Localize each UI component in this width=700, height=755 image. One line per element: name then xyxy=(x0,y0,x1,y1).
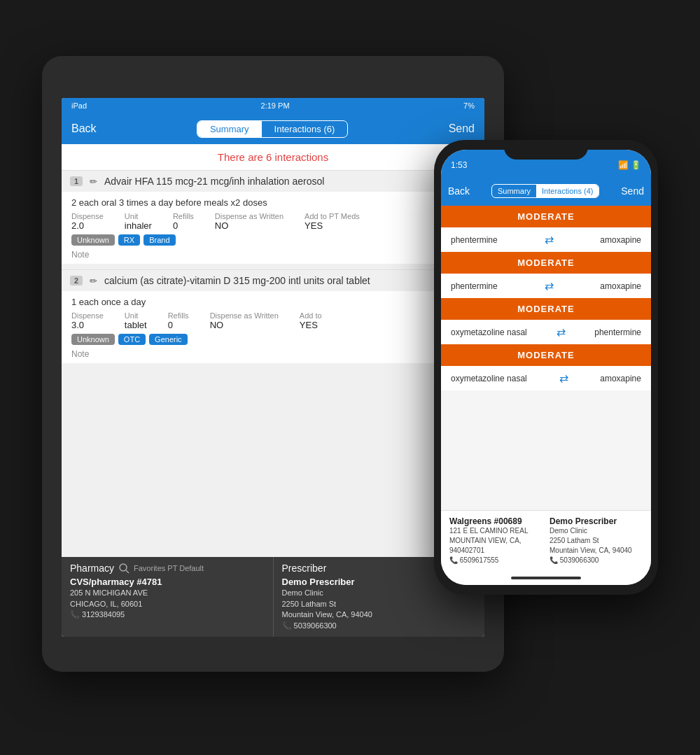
ipad-tag-generic-2[interactable]: Generic xyxy=(149,334,188,345)
ipad-med-num-1: 1 xyxy=(70,176,83,186)
ipad-daw-value-2: NO xyxy=(210,320,279,330)
ipad-tag-unknown-2[interactable]: Unknown xyxy=(71,334,115,345)
svg-point-0 xyxy=(120,564,127,571)
iphone-prescriber-name: Demo Prescriber xyxy=(550,516,643,526)
iphone-prescriber-clinic: Demo Clinic xyxy=(550,527,587,535)
ipad-prescriber-address1: 2250 Latham St xyxy=(282,600,337,608)
ipad-pharmacy-title: Pharmacy xyxy=(70,563,114,574)
ipad-dispense-label-2: Dispense xyxy=(71,311,104,320)
ipad-segmented-control: Summary Interactions (6) xyxy=(197,120,348,138)
iphone-prescriber-phone[interactable]: 5039066300 xyxy=(560,556,599,564)
iphone-back-button[interactable]: Back xyxy=(448,185,470,197)
ipad-med-name-2: calcium (as citrate)-vitamin D 315 mg-20… xyxy=(104,275,370,286)
ipad-daw-group-1: Dispense as Written NO xyxy=(215,212,284,231)
ipad-refills-label-2: Refills xyxy=(168,311,189,320)
iphone-pharmacy-info: 121 E EL CAMINO REAL MOUNTAIN VIEW, CA, … xyxy=(449,526,542,565)
ipad-pharmacy-phone[interactable]: 3129384095 xyxy=(82,610,125,619)
ipad-med-list: 1 ✏ Advair HFA 115 mcg-21 mcg/inh inhala… xyxy=(62,170,484,557)
iphone-arrow-1: ⇄ xyxy=(545,233,554,246)
iphone-screen: 1:53 📶 🔋 Back Summary Interactions (4) S… xyxy=(441,150,651,585)
ipad-med-name-1: Advair HFA 115 mcg-21 mcg/inh inhalation… xyxy=(104,176,324,187)
iphone-drugs-4: oxymetazoline nasal ⇄ amoxapine xyxy=(441,366,651,390)
ipad-med-header-1: 1 ✏ Advair HFA 115 mcg-21 mcg/inh inhala… xyxy=(62,171,484,192)
iphone-drugs-2: phentermine ⇄ amoxapine xyxy=(441,274,651,298)
iphone-segmented-control: Summary Interactions (4) xyxy=(491,184,599,198)
ipad-pharmacy-section: Pharmacy Favorites PT Default CVS/pharma… xyxy=(62,557,274,637)
iphone-drug2-2: amoxapine xyxy=(600,281,641,291)
iphone-arrow-4: ⇄ xyxy=(559,372,568,385)
ipad-interactions-banner: There are 6 interactions xyxy=(62,144,484,170)
ipad-refills-group-2: Refills 0 xyxy=(168,311,189,330)
ipad-unit-label-1: Unit xyxy=(125,212,152,220)
ipad-daw-group-2: Dispense as Written NO xyxy=(210,311,279,330)
ipad-med-item-2: 2 ✏ calcium (as citrate)-vitamin D 315 m… xyxy=(62,269,484,363)
iphone-interaction-2: MODERATE phentermine ⇄ amoxapine xyxy=(441,252,651,298)
ipad-battery: 7% xyxy=(463,101,475,110)
ipad-refills-label-1: Refills xyxy=(173,212,194,220)
ipad-tab-interactions[interactable]: Interactions (6) xyxy=(262,121,348,137)
ipad-daw-label-1: Dispense as Written xyxy=(215,212,284,220)
ipad-tag-otc-2[interactable]: OTC xyxy=(118,334,146,345)
ipad-send-button[interactable]: Send xyxy=(449,122,475,135)
ipad-med-body-2: 1 each once a day Dispense 3.0 Unit tabl… xyxy=(62,291,484,363)
ipad-note-label-2: Note xyxy=(71,349,475,359)
ipad-back-button[interactable]: Back xyxy=(71,122,97,135)
svg-line-1 xyxy=(126,570,129,573)
ipad-pharmacy-address1: 205 N MICHIGAN AVE xyxy=(70,588,148,597)
ipad-tag-rx-1[interactable]: RX xyxy=(118,234,140,246)
ipad-med-num-2: 2 xyxy=(70,276,83,285)
ipad-med-fields-1: Dispense 2.0 Unit inhaler Refills 0 Di xyxy=(71,212,475,231)
iphone-severity-3: MODERATE xyxy=(441,298,651,320)
iphone-drug2-3: phentermine xyxy=(594,327,641,337)
ipad-tab-summary[interactable]: Summary xyxy=(197,121,262,137)
iphone-pharmacy-addr2: MOUNTAIN VIEW, CA, 940402701 xyxy=(449,537,522,554)
iphone-pharmacy-col: Walgreens #00689 121 E EL CAMINO REAL MO… xyxy=(449,516,542,565)
ipad-addpt-group-2: Add to YES xyxy=(300,311,322,330)
ipad-pencil-icon-2[interactable]: ✏ xyxy=(90,276,97,286)
ipad-daw-label-2: Dispense as Written xyxy=(210,311,279,320)
ipad-med-item-1: 1 ✏ Advair HFA 115 mcg-21 mcg/inh inhala… xyxy=(62,170,484,264)
iphone-drug1-3: oxymetazoline nasal xyxy=(451,327,527,337)
ipad-prescriber-title: Prescriber xyxy=(282,563,327,574)
ipad-scroll-spacer xyxy=(62,363,484,503)
ipad-unit-label-2: Unit xyxy=(125,311,147,320)
ipad-banner-text: There are 6 interactions xyxy=(218,151,328,163)
iphone-severity-4: MODERATE xyxy=(441,344,651,366)
iphone-drug1-2: phentermine xyxy=(451,281,498,291)
ipad-refills-group-1: Refills 0 xyxy=(173,212,194,231)
ipad-prescriber-phone[interactable]: 5039066300 xyxy=(294,621,337,630)
ipad-unit-value-1: inhaler xyxy=(125,220,152,231)
iphone-nav-bar: Back Summary Interactions (4) Send xyxy=(441,176,651,206)
ipad-pharmacy-address2: CHICAGO, IL, 60601 xyxy=(70,600,142,608)
iphone-interaction-1: MODERATE phentermine ⇄ amoxapine xyxy=(441,206,651,252)
ipad-dispense-label-1: Dispense xyxy=(71,212,104,220)
ipad-unit-group-2: Unit tablet xyxy=(125,311,147,330)
ipad-med-body-1: 2 each oral 3 times a day before meals x… xyxy=(62,192,484,264)
ipad-tag-unknown-1[interactable]: Unknown xyxy=(71,234,115,246)
ipad-unit-value-2: tablet xyxy=(125,320,147,330)
iphone-drugs-1: phentermine ⇄ amoxapine xyxy=(441,227,651,252)
iphone-tab-interactions[interactable]: Interactions (4) xyxy=(536,185,598,197)
ipad-pharmacy-address: 205 N MICHIGAN AVE CHICAGO, IL, 60601 📞 … xyxy=(70,588,265,620)
iphone-bottom-bar: Walgreens #00689 121 E EL CAMINO REAL MO… xyxy=(441,510,651,571)
iphone-prescriber-info: Demo Clinic 2250 Latham St Mountain View… xyxy=(550,526,643,565)
iphone-drug1-4: oxymetazoline nasal xyxy=(451,374,527,383)
iphone-home-bar xyxy=(511,577,581,579)
iphone-prescriber-addr2: Mountain View, CA, 94040 xyxy=(550,546,632,554)
iphone-tab-summary[interactable]: Summary xyxy=(492,185,536,197)
ipad-med-sig-2: 1 each once a day xyxy=(71,297,475,307)
ipad-dispense-group-1: Dispense 2.0 xyxy=(71,212,104,231)
ipad-addpt-value-1: YES xyxy=(304,220,360,231)
ipad-nav-bar: Back Summary Interactions (6) Send xyxy=(62,113,484,144)
iphone-drug1-1: phentermine xyxy=(451,235,498,245)
iphone-arrow-2: ⇄ xyxy=(545,279,554,292)
ipad-med-sig-1: 2 each oral 3 times a day before meals x… xyxy=(71,197,475,208)
ipad-tag-brand-1[interactable]: Brand xyxy=(144,234,175,246)
iphone-send-button[interactable]: Send xyxy=(621,185,644,197)
ipad-pharmacy-links[interactable]: Favorites PT Default xyxy=(134,564,204,572)
ipad-status-bar: iPad 2:19 PM 7% xyxy=(62,98,484,113)
ipad-unit-group-1: Unit inhaler xyxy=(125,212,152,231)
iphone-notch xyxy=(504,140,588,160)
ipad-pencil-icon-1[interactable]: ✏ xyxy=(90,176,97,187)
iphone-pharmacy-phone[interactable]: 6509617555 xyxy=(460,556,499,564)
